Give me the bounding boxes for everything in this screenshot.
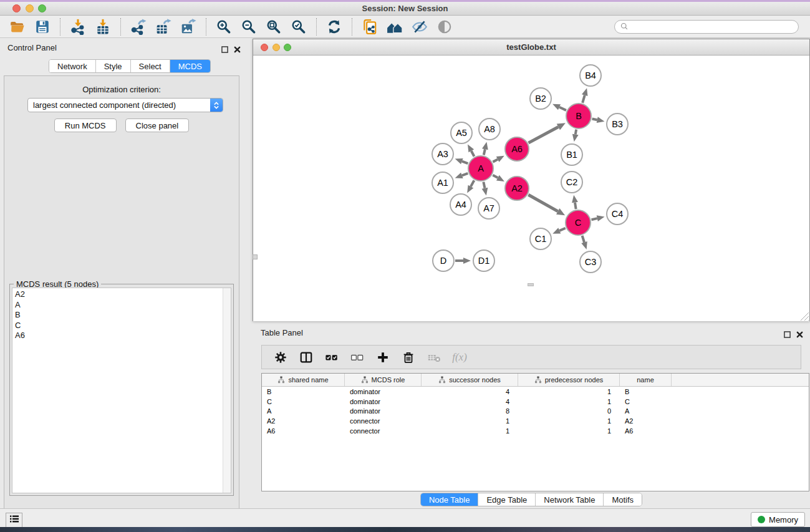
zoom-selected-button[interactable] [286, 17, 311, 37]
control-panel-title: Control Panel [7, 43, 57, 52]
delete-selected-button[interactable] [398, 347, 418, 367]
table-row[interactable]: Cdominator41C [262, 397, 809, 407]
open-file-icon [9, 19, 26, 35]
memory-button[interactable]: Memory [751, 512, 805, 527]
float-panel-button[interactable] [221, 44, 228, 56]
zoom-in-icon [216, 19, 232, 35]
split-view-button[interactable] [296, 347, 316, 367]
hide-panel-button[interactable] [407, 17, 432, 37]
column-header-shared-name[interactable]: shared name [262, 374, 345, 386]
run-mcds-button[interactable]: Run MCDS [54, 118, 117, 132]
result-list-item[interactable]: A [12, 300, 231, 311]
home-button[interactable] [382, 17, 407, 37]
table-cell: A2 [620, 417, 672, 425]
tab-network-table[interactable]: Network Table [536, 493, 604, 506]
edge-arrowhead [482, 142, 488, 150]
select-all-button[interactable] [322, 347, 342, 367]
column-header-successor-nodes[interactable]: successor nodes [422, 374, 518, 386]
graph-node-label-B1: B1 [566, 150, 577, 160]
horizontal-splitter-handle[interactable] [528, 283, 534, 286]
tab-edge-table[interactable]: Edge Table [478, 493, 536, 506]
graph-node-label-A1: A1 [437, 178, 448, 188]
result-list-item[interactable]: A2 [12, 289, 231, 300]
zoom-in-button[interactable] [211, 17, 236, 37]
settings-button[interactable] [271, 347, 291, 367]
show-panels-button[interactable] [6, 513, 22, 528]
show-panel-icon [436, 19, 453, 35]
edge-A-A3 [462, 162, 468, 164]
toolbar-separator [352, 18, 352, 36]
table-cell: 1 [518, 427, 620, 435]
home-icon [387, 19, 403, 35]
column-header-label: MCDS role [372, 376, 405, 384]
tab-style[interactable]: Style [96, 60, 131, 72]
table-cell: connector [345, 417, 422, 425]
export-table-button[interactable] [151, 17, 176, 37]
network-canvas[interactable]: AA1A2A3A4A5A6A7A8BB1B2B3B4CC1C2C3C4DD1 [253, 56, 809, 321]
save-button[interactable] [30, 17, 55, 37]
result-list-item[interactable]: A6 [12, 331, 231, 341]
refresh-button[interactable] [322, 17, 347, 37]
zoom-fit-button[interactable] [261, 17, 286, 37]
open-file-button[interactable] [5, 17, 30, 37]
result-list-scrollbar[interactable] [223, 288, 231, 493]
deselect-all-icon [349, 349, 365, 365]
memory-status-icon [758, 516, 765, 523]
splitter-knob[interactable] [253, 254, 258, 259]
tree-icon [438, 376, 446, 384]
table-cell: A2 [262, 417, 345, 425]
clone-network-button[interactable] [357, 17, 382, 37]
table-close-button[interactable] [796, 329, 803, 341]
tab-mcds[interactable]: MCDS [170, 60, 210, 72]
result-list-item[interactable]: B [12, 310, 231, 321]
main-toolbar [0, 16, 810, 38]
export-network-button[interactable] [126, 17, 151, 37]
edge-arrowhead [597, 117, 605, 123]
tab-select[interactable]: Select [131, 60, 170, 72]
import-network-button[interactable] [65, 17, 90, 37]
edge-A-A5 [471, 151, 475, 157]
table-cell: 0 [518, 407, 620, 415]
optimization-criterion-dropdown[interactable]: largest connected component (directed) [27, 98, 223, 112]
close-panel-button-mcds[interactable]: Close panel [125, 118, 190, 132]
zoom-out-button[interactable] [236, 17, 261, 37]
fx-icon: f(x) [451, 349, 468, 365]
split-view-icon [298, 349, 314, 365]
tab-motifs[interactable]: Motifs [604, 493, 642, 506]
app-title: Session: New Session [0, 4, 810, 13]
export-image-button[interactable] [176, 17, 201, 37]
import-table-button[interactable] [90, 17, 115, 37]
table-toolbar: f(x) [261, 345, 801, 369]
table-row[interactable]: Adominator80A [262, 407, 809, 417]
close-panel-button[interactable] [234, 44, 241, 56]
table-row[interactable]: A6connector11A6 [262, 426, 809, 436]
edge-arrowhead [463, 258, 471, 264]
table-header: shared nameMCDS rolesuccessor nodesprede… [262, 374, 809, 387]
tab-network[interactable]: Network [49, 60, 96, 72]
column-header-MCDS-role[interactable]: MCDS role [345, 374, 422, 386]
deselect-all-button[interactable] [347, 347, 367, 367]
search-input[interactable] [633, 22, 793, 31]
table-panel-title: Table Panel [261, 328, 303, 337]
graph-node-label-B2: B2 [535, 94, 546, 104]
table-row[interactable]: A2connector11A2 [262, 416, 809, 426]
table-cell: dominator [345, 398, 422, 405]
search-box[interactable] [614, 20, 799, 34]
table-float-button[interactable] [784, 329, 791, 341]
delete-table-button [424, 347, 444, 367]
add-column-icon [375, 349, 391, 365]
column-header-predecessor-nodes[interactable]: predecessor nodes [518, 374, 620, 386]
result-list-item[interactable]: C [12, 321, 231, 331]
edge-arrowhead [581, 241, 587, 249]
table-cell: C [620, 398, 672, 405]
edge-A-A6 [493, 159, 498, 162]
tab-node-table[interactable]: Node Table [421, 493, 479, 506]
table-row[interactable]: Bdominator41B [262, 387, 809, 397]
graph-node-label-B3: B3 [612, 119, 623, 129]
network-view-window: testGlobe.txt AA1A2A3A4A5A6A7A8BB1B2B3B4… [253, 39, 810, 321]
graph-node-label-C3: C3 [585, 257, 597, 267]
graph-node-label-D: D [440, 256, 446, 266]
column-header-name[interactable]: name [620, 374, 672, 386]
mcds-result-list: A2ABCA6 [12, 288, 231, 493]
add-column-button[interactable] [373, 347, 393, 367]
